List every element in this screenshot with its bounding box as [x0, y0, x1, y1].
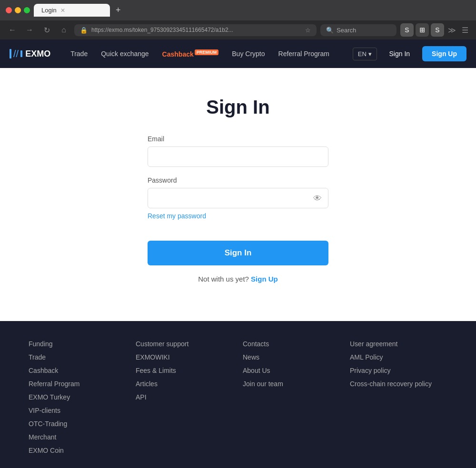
signin-form: Email Password 👁 Reset my password Sign … — [148, 135, 328, 283]
footer-link-trade[interactable]: Trade — [29, 353, 126, 361]
logo[interactable]: // EXMO — [10, 49, 50, 59]
tab-title: Login — [41, 7, 57, 14]
footer-link-contacts[interactable]: Contacts — [243, 340, 340, 348]
toolbar-icon-s2[interactable]: S — [431, 23, 444, 37]
home-button[interactable]: ⌂ — [57, 23, 70, 37]
footer-col-4: User agreement AML Policy Privacy policy… — [350, 340, 447, 454]
email-label: Email — [148, 135, 328, 143]
nav-referral[interactable]: Referral Program — [273, 46, 335, 61]
email-input[interactable] — [148, 146, 328, 167]
email-group: Email — [148, 135, 328, 167]
toolbar-icon-s1[interactable]: S — [400, 23, 414, 37]
logo-icon: // — [10, 49, 22, 59]
reset-password-link[interactable]: Reset my password — [148, 212, 328, 220]
password-group: Password 👁 Reset my password — [148, 176, 328, 220]
footer-link-exmowiki[interactable]: EXMOWIKI — [136, 353, 233, 361]
forward-button[interactable]: → — [23, 23, 36, 37]
toolbar-icons: S ⊞ S ≫ ☰ — [400, 23, 470, 37]
address-bar: ← → ↻ ⌂ 🔒 https://exmo.ms/token_97530923… — [0, 20, 476, 39]
footer-link-cashback[interactable]: Cashback — [29, 367, 126, 374]
footer-link-support[interactable]: Customer support — [136, 340, 233, 348]
no-account-text: Not with us yet? — [198, 275, 249, 283]
signin-title: Sign In — [206, 97, 269, 118]
refresh-button[interactable]: ↻ — [40, 23, 53, 37]
main-content: Sign In Email Password 👁 Reset my passwo… — [0, 68, 476, 321]
nav-cashback[interactable]: CashbackPREMIUM — [157, 46, 225, 62]
address-icons: ☆ — [305, 27, 311, 34]
footer-link-about[interactable]: About Us — [243, 367, 340, 374]
toolbar-grid-icon[interactable]: ⊞ — [416, 23, 429, 37]
footer-link-api[interactable]: API — [136, 393, 233, 401]
tab-close-icon[interactable]: ✕ — [60, 7, 65, 14]
footer-link-join[interactable]: Join our team — [243, 380, 340, 388]
footer-link-merchant[interactable]: Merchant — [29, 433, 126, 441]
nav-buy-crypto[interactable]: Buy Crypto — [226, 46, 270, 61]
search-placeholder: Search — [337, 27, 356, 34]
footer-link-referral[interactable]: Referral Program — [29, 380, 126, 388]
signup-prompt-link[interactable]: Sign Up — [251, 275, 278, 283]
password-label: Password — [148, 176, 328, 184]
footer-link-coin[interactable]: EXMO Coin — [29, 447, 126, 454]
search-box[interactable]: 🔍 Search — [320, 24, 397, 36]
footer-grid: Funding Trade Cashback Referral Program … — [29, 340, 447, 454]
url-display: https://exmo.ms/token_975309233451116654… — [91, 27, 301, 33]
close-button[interactable] — [6, 7, 12, 13]
cashback-badge: PREMIUM — [195, 49, 219, 55]
tab-bar: Login ✕ + — [34, 4, 470, 17]
footer-col-3: Contacts News About Us Join our team — [243, 340, 340, 454]
password-wrapper: 👁 — [148, 188, 328, 208]
signin-submit-button[interactable]: Sign In — [148, 241, 328, 265]
signup-prompt: Not with us yet? Sign Up — [148, 275, 328, 283]
footer-link-aml[interactable]: AML Policy — [350, 353, 447, 361]
footer-link-funding[interactable]: Funding — [29, 340, 126, 348]
footer-col-1: Funding Trade Cashback Referral Program … — [29, 340, 126, 454]
site-nav: // EXMO Trade Quick exchange CashbackPRE… — [0, 39, 476, 68]
footer-link-turkey[interactable]: EXMO Turkey — [29, 393, 126, 401]
signin-nav-button[interactable]: Sign In — [382, 46, 418, 61]
footer-link-news[interactable]: News — [243, 353, 340, 361]
nav-quick-exchange[interactable]: Quick exchange — [95, 46, 154, 61]
address-box[interactable]: 🔒 https://exmo.ms/token_9753092334511166… — [74, 24, 317, 36]
password-input[interactable] — [148, 188, 328, 208]
footer-link-user-agreement[interactable]: User agreement — [350, 340, 447, 348]
footer-link-otc[interactable]: OTC-Trading — [29, 420, 126, 428]
bookmark-icon[interactable]: ☆ — [305, 27, 311, 34]
logo-text: EXMO — [25, 49, 50, 59]
footer-link-articles[interactable]: Articles — [136, 380, 233, 388]
nav-right: EN ▾ Sign In Sign Up — [353, 46, 466, 61]
traffic-lights — [6, 7, 30, 13]
toggle-password-icon[interactable]: 👁 — [313, 193, 322, 203]
hamburger-menu-icon[interactable]: ☰ — [460, 26, 470, 35]
footer-link-privacy[interactable]: Privacy policy — [350, 367, 447, 374]
title-bar: Login ✕ + — [0, 0, 476, 20]
signup-nav-button[interactable]: Sign Up — [422, 46, 466, 61]
footer-col-2: Customer support EXMOWIKI Fees & Limits … — [136, 340, 233, 454]
footer-link-recovery[interactable]: Cross-chain recovery policy — [350, 380, 447, 388]
nav-links: Trade Quick exchange CashbackPREMIUM Buy… — [65, 46, 353, 62]
more-options-icon[interactable]: ≫ — [446, 26, 458, 35]
nav-trade[interactable]: Trade — [65, 46, 93, 61]
footer: Funding Trade Cashback Referral Program … — [0, 321, 476, 468]
back-button[interactable]: ← — [6, 23, 19, 37]
language-selector[interactable]: EN ▾ — [353, 48, 377, 60]
new-tab-button[interactable]: + — [112, 5, 125, 15]
maximize-button[interactable] — [24, 7, 30, 13]
active-tab[interactable]: Login ✕ — [34, 4, 110, 17]
browser-chrome: Login ✕ + ← → ↻ ⌂ 🔒 https://exmo.ms/toke… — [0, 0, 476, 39]
search-icon: 🔍 — [326, 27, 334, 34]
footer-link-vip[interactable]: VIP-clients — [29, 407, 126, 414]
footer-link-fees[interactable]: Fees & Limits — [136, 367, 233, 374]
minimize-button[interactable] — [15, 7, 21, 13]
